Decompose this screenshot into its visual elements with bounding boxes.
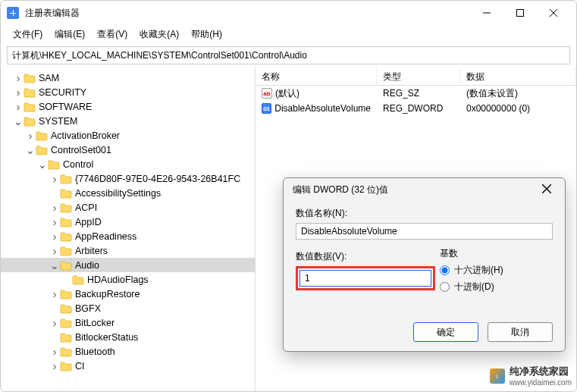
value-row[interactable]: ab(默认)REG_SZ(数值未设置)	[256, 86, 576, 101]
tree-node[interactable]: ›AccessibilitySettings	[1, 186, 255, 200]
address-bar[interactable]: 计算机\HKEY_LOCAL_MACHINE\SYSTEM\ControlSet…	[7, 46, 570, 64]
tree-node[interactable]: ›BGFX	[1, 301, 255, 315]
radio-dec-input[interactable]	[440, 282, 450, 292]
tree-node[interactable]: ›AppReadiness	[1, 229, 255, 243]
regedit-window: 注册表编辑器 文件(F) 编辑(E) 查看(V) 收藏夹(A) 帮助(H) 计算…	[0, 0, 577, 392]
chevron-down-icon[interactable]: ⌄	[49, 260, 60, 271]
values-header: 名称 类型 数据	[256, 67, 576, 86]
tree-node[interactable]: ⌄ControlSet001	[1, 143, 255, 157]
tree-node[interactable]: ›BackupRestore	[1, 287, 255, 301]
folder-icon	[60, 361, 72, 372]
tree-node[interactable]: ›AppID	[1, 215, 255, 229]
tree-node-label: AppReadiness	[75, 231, 136, 242]
chevron-right-icon[interactable]: ›	[49, 289, 60, 299]
value-name: (默认)	[275, 87, 299, 100]
menu-view[interactable]: 查看(V)	[91, 27, 133, 42]
value-data: 0x00000000 (0)	[460, 103, 576, 114]
dialog-titlebar[interactable]: 编辑 DWORD (32 位)值	[284, 178, 565, 201]
cancel-button[interactable]: 取消	[488, 322, 553, 342]
chevron-right-icon[interactable]: ›	[13, 73, 24, 83]
tree-node[interactable]: ›Arbiters	[1, 243, 255, 258]
tree-node[interactable]: ⌄SYSTEM	[1, 114, 255, 128]
chevron-right-icon[interactable]: ›	[25, 130, 36, 141]
tree-node[interactable]: ›SECURITY	[1, 85, 255, 99]
tree-node-label: ControlSet001	[51, 145, 111, 155]
folder-icon	[36, 145, 48, 155]
chevron-right-icon[interactable]: ›	[49, 246, 60, 256]
value-name: DisableAbsoluteVolume	[274, 103, 371, 114]
menu-edit[interactable]: 编辑(E)	[49, 27, 91, 42]
menu-file[interactable]: 文件(F)	[7, 27, 49, 42]
tree-node-label: ACPI	[75, 202, 97, 213]
tree-node[interactable]: ⌄Audio	[1, 258, 255, 272]
chevron-right-icon[interactable]: ›	[49, 347, 60, 357]
tree-node-label: Arbiters	[75, 246, 108, 256]
value-type: REG_DWORD	[377, 103, 460, 114]
tree-node[interactable]: ›{7746D80F-97E0-4E26-9543-26B41FC	[1, 171, 255, 186]
address-text: 计算机\HKEY_LOCAL_MACHINE\SYSTEM\ControlSet…	[12, 49, 307, 62]
dialog-close-button[interactable]	[538, 183, 556, 196]
value-data-highlight	[296, 266, 435, 290]
chevron-right-icon[interactable]: ›	[49, 174, 60, 184]
tree-node[interactable]: ›ActivationBroker	[1, 128, 255, 143]
value-data-input[interactable]	[299, 270, 431, 287]
header-data[interactable]: 数据	[460, 67, 576, 85]
folder-icon	[60, 260, 72, 271]
chevron-right-icon[interactable]: ›	[13, 102, 24, 112]
tree-node[interactable]: ›SOFTWARE	[1, 99, 255, 114]
tree-node-label: AccessibilitySettings	[75, 188, 161, 199]
close-button[interactable]	[537, 2, 570, 24]
chevron-right-icon: ›	[49, 303, 60, 314]
header-type[interactable]: 类型	[377, 67, 460, 85]
tree-node[interactable]: ›ACPI	[1, 200, 255, 215]
radio-hex-input[interactable]	[440, 265, 450, 275]
folder-icon	[60, 174, 72, 184]
chevron-right-icon[interactable]: ›	[49, 361, 60, 372]
registry-tree: ›SAM›SECURITY›SOFTWARE⌄SYSTEM›Activation…	[1, 71, 255, 373]
window-title: 注册表编辑器	[25, 7, 470, 20]
folder-icon	[24, 87, 36, 98]
value-name-field[interactable]: DisableAbsoluteVolume	[296, 223, 553, 240]
watermark: ↓ 纯净系统家园 www.yidaimei.com	[490, 365, 572, 387]
tree-node-label: {7746D80F-97E0-4E26-9543-26B41FC	[75, 174, 240, 184]
titlebar[interactable]: 注册表编辑器	[1, 1, 576, 25]
maximize-button[interactable]	[503, 2, 537, 24]
chevron-right-icon[interactable]: ›	[49, 318, 60, 328]
chevron-right-icon[interactable]: ›	[13, 87, 24, 98]
chevron-down-icon[interactable]: ⌄	[13, 116, 24, 127]
chevron-right-icon: ›	[49, 332, 60, 343]
tree-node-label: SECURITY	[39, 87, 86, 98]
folder-icon	[60, 347, 72, 357]
tree-node-label: BackupRestore	[75, 289, 140, 299]
chevron-down-icon[interactable]: ⌄	[37, 159, 48, 170]
folder-icon	[60, 202, 72, 213]
folder-icon	[60, 231, 72, 242]
value-data-label: 数值数据(V):	[296, 250, 440, 263]
tree-node-label: SOFTWARE	[39, 102, 92, 112]
tree-node[interactable]: ›Bluetooth	[1, 344, 255, 359]
value-row[interactable]: 01DisableAbsoluteVolumeREG_DWORD0x000000…	[256, 101, 576, 116]
tree-node[interactable]: ›SAM	[1, 71, 255, 85]
menubar: 文件(F) 编辑(E) 查看(V) 收藏夹(A) 帮助(H)	[1, 25, 576, 43]
tree-pane[interactable]: ›SAM›SECURITY›SOFTWARE⌄SYSTEM›Activation…	[1, 67, 256, 391]
chevron-right-icon[interactable]: ›	[49, 231, 60, 242]
header-name[interactable]: 名称	[256, 67, 377, 85]
tree-node[interactable]: ›BitlockerStatus	[1, 330, 255, 344]
ok-button[interactable]: 确定	[413, 322, 478, 342]
minimize-button[interactable]	[470, 2, 503, 24]
radio-dec[interactable]: 十进制(D)	[440, 278, 553, 295]
tree-node-label: CI	[75, 361, 85, 372]
chevron-down-icon[interactable]: ⌄	[25, 145, 36, 155]
folder-icon	[60, 318, 72, 328]
tree-node-label: AppID	[75, 217, 102, 227]
menu-help[interactable]: 帮助(H)	[185, 27, 228, 42]
chevron-right-icon[interactable]: ›	[49, 202, 60, 213]
tree-node[interactable]: ›BitLocker	[1, 315, 255, 330]
tree-node[interactable]: ⌄Control	[1, 157, 255, 171]
menu-fav[interactable]: 收藏夹(A)	[133, 27, 185, 42]
chevron-right-icon[interactable]: ›	[49, 217, 60, 227]
tree-node[interactable]: ›CI	[1, 359, 255, 373]
tree-node-label: ActivationBroker	[51, 130, 120, 141]
radio-hex[interactable]: 十六进制(H)	[440, 262, 553, 278]
tree-node[interactable]: ›HDAudioFlags	[1, 272, 255, 287]
